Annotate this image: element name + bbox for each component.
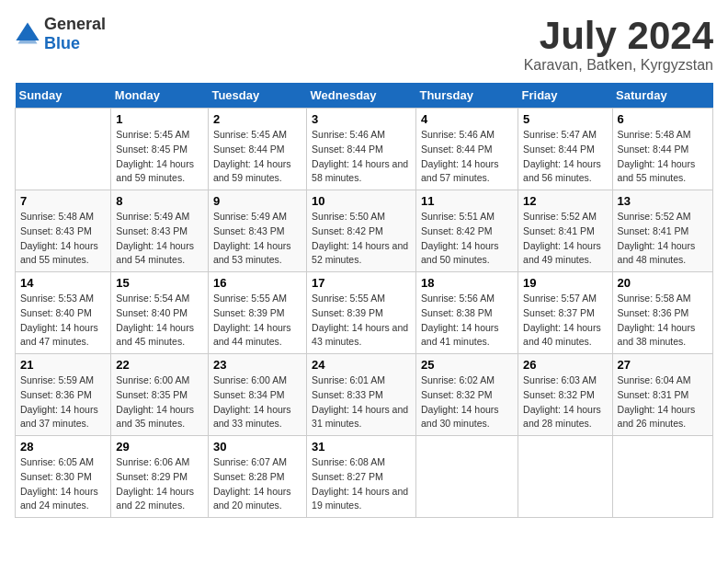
days-header-row: SundayMondayTuesdayWednesdayThursdayFrid… <box>16 83 713 109</box>
calendar-cell: 16Sunrise: 5:55 AMSunset: 8:39 PMDayligh… <box>208 272 306 354</box>
day-info: Sunrise: 5:49 AMSunset: 8:43 PMDaylight:… <box>213 210 301 268</box>
week-row-1: 1Sunrise: 5:45 AMSunset: 8:45 PMDaylight… <box>16 109 713 190</box>
day-header-friday: Friday <box>518 83 613 109</box>
calendar-cell <box>518 436 613 518</box>
day-info: Sunrise: 5:47 AMSunset: 8:44 PMDaylight:… <box>523 128 608 186</box>
calendar-cell: 23Sunrise: 6:00 AMSunset: 8:34 PMDayligh… <box>208 354 306 436</box>
calendar-cell: 30Sunrise: 6:07 AMSunset: 8:28 PMDayligh… <box>208 436 306 518</box>
day-number: 17 <box>312 276 411 290</box>
calendar-cell: 6Sunrise: 5:48 AMSunset: 8:44 PMDaylight… <box>612 109 712 190</box>
week-row-2: 7Sunrise: 5:48 AMSunset: 8:43 PMDaylight… <box>16 190 713 272</box>
calendar-cell: 22Sunrise: 6:00 AMSunset: 8:35 PMDayligh… <box>111 354 209 436</box>
day-number: 7 <box>20 194 106 208</box>
calendar-cell: 17Sunrise: 5:55 AMSunset: 8:39 PMDayligh… <box>307 272 416 354</box>
calendar-cell: 11Sunrise: 5:51 AMSunset: 8:42 PMDayligh… <box>415 190 518 272</box>
calendar-cell: 26Sunrise: 6:03 AMSunset: 8:32 PMDayligh… <box>518 354 613 436</box>
day-info: Sunrise: 6:06 AMSunset: 8:29 PMDaylight:… <box>116 455 203 513</box>
day-info: Sunrise: 5:51 AMSunset: 8:42 PMDaylight:… <box>421 210 513 268</box>
day-info: Sunrise: 5:52 AMSunset: 8:41 PMDaylight:… <box>618 210 708 268</box>
day-info: Sunrise: 5:56 AMSunset: 8:38 PMDaylight:… <box>421 292 513 350</box>
day-info: Sunrise: 6:04 AMSunset: 8:31 PMDaylight:… <box>618 373 708 431</box>
calendar-cell <box>415 436 518 518</box>
day-header-sunday: Sunday <box>16 83 111 109</box>
calendar-table: SundayMondayTuesdayWednesdayThursdayFrid… <box>15 83 713 518</box>
day-number: 26 <box>523 358 608 372</box>
calendar-cell: 5Sunrise: 5:47 AMSunset: 8:44 PMDaylight… <box>518 109 613 190</box>
day-info: Sunrise: 5:46 AMSunset: 8:44 PMDaylight:… <box>421 128 513 186</box>
day-info: Sunrise: 5:50 AMSunset: 8:42 PMDaylight:… <box>312 210 411 268</box>
day-header-tuesday: Tuesday <box>208 83 306 109</box>
day-number: 2 <box>213 112 301 126</box>
day-number: 20 <box>618 276 708 290</box>
day-info: Sunrise: 6:00 AMSunset: 8:35 PMDaylight:… <box>116 373 203 431</box>
calendar-cell <box>16 109 111 190</box>
calendar-cell: 18Sunrise: 5:56 AMSunset: 8:38 PMDayligh… <box>415 272 518 354</box>
day-number: 25 <box>421 358 513 372</box>
calendar-cell: 3Sunrise: 5:46 AMSunset: 8:44 PMDaylight… <box>307 109 416 190</box>
day-info: Sunrise: 5:49 AMSunset: 8:43 PMDaylight:… <box>116 210 203 268</box>
day-info: Sunrise: 6:05 AMSunset: 8:30 PMDaylight:… <box>20 455 106 513</box>
day-info: Sunrise: 6:01 AMSunset: 8:33 PMDaylight:… <box>312 373 411 431</box>
day-info: Sunrise: 5:52 AMSunset: 8:41 PMDaylight:… <box>523 210 608 268</box>
calendar-cell: 9Sunrise: 5:49 AMSunset: 8:43 PMDaylight… <box>208 190 306 272</box>
calendar-cell: 8Sunrise: 5:49 AMSunset: 8:43 PMDaylight… <box>111 190 209 272</box>
day-header-thursday: Thursday <box>415 83 518 109</box>
day-number: 15 <box>116 276 203 290</box>
day-header-monday: Monday <box>111 83 209 109</box>
day-number: 4 <box>421 112 513 126</box>
week-row-3: 14Sunrise: 5:53 AMSunset: 8:40 PMDayligh… <box>16 272 713 354</box>
day-number: 13 <box>618 194 708 208</box>
day-number: 12 <box>523 194 608 208</box>
calendar-cell: 24Sunrise: 6:01 AMSunset: 8:33 PMDayligh… <box>307 354 416 436</box>
calendar-cell <box>612 436 712 518</box>
day-info: Sunrise: 6:00 AMSunset: 8:34 PMDaylight:… <box>213 373 301 431</box>
day-number: 18 <box>421 276 513 290</box>
day-header-wednesday: Wednesday <box>307 83 416 109</box>
calendar-cell: 21Sunrise: 5:59 AMSunset: 8:36 PMDayligh… <box>16 354 111 436</box>
day-number: 30 <box>213 440 301 454</box>
calendar-cell: 4Sunrise: 5:46 AMSunset: 8:44 PMDaylight… <box>415 109 518 190</box>
day-number: 31 <box>312 440 411 454</box>
logo-text-blue: Blue <box>44 34 80 52</box>
day-info: Sunrise: 5:55 AMSunset: 8:39 PMDaylight:… <box>312 292 411 350</box>
calendar-cell: 1Sunrise: 5:45 AMSunset: 8:45 PMDaylight… <box>111 109 209 190</box>
day-number: 5 <box>523 112 608 126</box>
day-info: Sunrise: 5:58 AMSunset: 8:36 PMDaylight:… <box>618 292 708 350</box>
day-info: Sunrise: 5:59 AMSunset: 8:36 PMDaylight:… <box>20 373 106 431</box>
day-info: Sunrise: 5:48 AMSunset: 8:44 PMDaylight:… <box>618 128 708 186</box>
day-info: Sunrise: 6:08 AMSunset: 8:27 PMDaylight:… <box>312 455 411 513</box>
calendar-cell: 27Sunrise: 6:04 AMSunset: 8:31 PMDayligh… <box>612 354 712 436</box>
page-header: General Blue July 2024 Karavan, Batken, … <box>15 15 713 74</box>
day-info: Sunrise: 5:57 AMSunset: 8:37 PMDaylight:… <box>523 292 608 350</box>
day-info: Sunrise: 5:55 AMSunset: 8:39 PMDaylight:… <box>213 292 301 350</box>
day-number: 21 <box>20 358 106 372</box>
day-number: 29 <box>116 440 203 454</box>
calendar-cell: 28Sunrise: 6:05 AMSunset: 8:30 PMDayligh… <box>16 436 111 518</box>
day-number: 14 <box>20 276 106 290</box>
day-number: 8 <box>116 194 203 208</box>
calendar-cell: 7Sunrise: 5:48 AMSunset: 8:43 PMDaylight… <box>16 190 111 272</box>
day-number: 9 <box>213 194 301 208</box>
week-row-4: 21Sunrise: 5:59 AMSunset: 8:36 PMDayligh… <box>16 354 713 436</box>
day-header-saturday: Saturday <box>612 83 712 109</box>
calendar-cell: 19Sunrise: 5:57 AMSunset: 8:37 PMDayligh… <box>518 272 613 354</box>
day-number: 22 <box>116 358 203 372</box>
calendar-cell: 2Sunrise: 5:45 AMSunset: 8:44 PMDaylight… <box>208 109 306 190</box>
day-number: 24 <box>312 358 411 372</box>
day-info: Sunrise: 5:45 AMSunset: 8:45 PMDaylight:… <box>116 128 203 186</box>
day-info: Sunrise: 5:53 AMSunset: 8:40 PMDaylight:… <box>20 292 106 350</box>
day-info: Sunrise: 6:03 AMSunset: 8:32 PMDaylight:… <box>523 373 608 431</box>
day-number: 1 <box>116 112 203 126</box>
day-number: 10 <box>312 194 411 208</box>
logo-icon <box>15 21 40 47</box>
day-number: 28 <box>20 440 106 454</box>
logo-text-general: General <box>44 15 106 33</box>
calendar-cell: 10Sunrise: 5:50 AMSunset: 8:42 PMDayligh… <box>307 190 416 272</box>
title-block: July 2024 Karavan, Batken, Kyrgyzstan <box>524 15 713 74</box>
day-number: 3 <box>312 112 411 126</box>
day-info: Sunrise: 5:54 AMSunset: 8:40 PMDaylight:… <box>116 292 203 350</box>
day-number: 6 <box>618 112 708 126</box>
calendar-cell: 20Sunrise: 5:58 AMSunset: 8:36 PMDayligh… <box>612 272 712 354</box>
day-info: Sunrise: 6:02 AMSunset: 8:32 PMDaylight:… <box>421 373 513 431</box>
day-info: Sunrise: 5:46 AMSunset: 8:44 PMDaylight:… <box>312 128 411 186</box>
